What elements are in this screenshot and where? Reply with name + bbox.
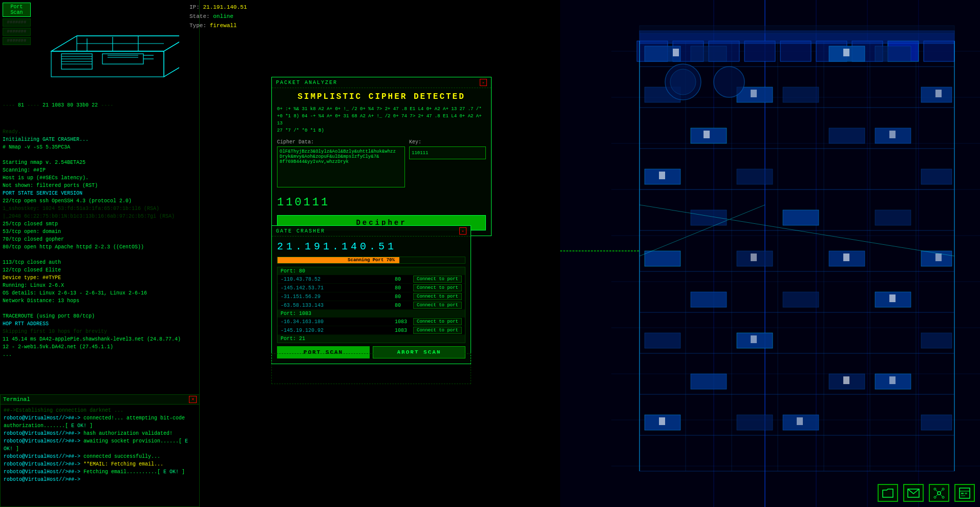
svg-rect-101 bbox=[673, 49, 679, 56]
tl-line6: Host is up (##SECs latency). bbox=[3, 175, 89, 181]
tl-smtp: 25/tcp closed smtp bbox=[3, 221, 58, 227]
tl-hop11: 11 45.14 ms DA42-applePie.shawshank-leve… bbox=[3, 336, 181, 342]
gc-title: GATE CRASHER bbox=[276, 228, 325, 234]
svg-rect-47 bbox=[924, 41, 954, 61]
port-80-header: Port: 80 bbox=[278, 267, 465, 275]
svg-rect-73 bbox=[783, 87, 819, 102]
tl-http: 80/tcp open http Apache httpd 2-2.3 ((Ce… bbox=[3, 244, 144, 250]
svg-rect-116 bbox=[797, 417, 803, 425]
bt-line6: roboto@VirtualHost//>##-> connected succ… bbox=[4, 453, 196, 460]
bottom-terminal-content: ##->Establishing connection darknet ... … bbox=[1, 405, 199, 507]
hex-line3: 27 *7 /* *0 *1 B) bbox=[277, 127, 486, 134]
number-display: ---- 81 ---- 21 1083 80 33b0 22 ---- bbox=[3, 102, 197, 108]
mail-icon[interactable] bbox=[903, 484, 924, 502]
connect-btn-5[interactable]: Connect to port bbox=[413, 327, 462, 334]
svg-rect-120 bbox=[640, 26, 954, 33]
svg-line-133 bbox=[936, 495, 938, 496]
tl-line1: Ready. bbox=[3, 129, 21, 135]
connect-btn-2[interactable]: Connect to port bbox=[413, 293, 462, 300]
ip-row: IP: 21.191.140.51 bbox=[189, 3, 247, 12]
svg-line-131 bbox=[936, 490, 938, 492]
connect-btn-1[interactable]: Connect to port bbox=[413, 284, 462, 291]
svg-marker-2 bbox=[164, 36, 179, 77]
connect-btn-0[interactable]: Connect to port bbox=[413, 276, 462, 283]
port-row-4: -16.34.163.180 1083 Connect to port bbox=[278, 318, 465, 326]
svg-line-20 bbox=[164, 61, 179, 77]
type-label: Type: bbox=[189, 23, 206, 29]
pa-close-btn[interactable]: × bbox=[480, 79, 487, 86]
tl-elite: 12/tcp closed Elite bbox=[3, 267, 61, 273]
cipher-data-label: Cipher Data: bbox=[277, 139, 405, 145]
svg-rect-100 bbox=[921, 415, 952, 430]
tl-skip: Skipping first 10 hops for brevity bbox=[3, 329, 107, 334]
network-icon[interactable] bbox=[929, 484, 949, 502]
gc-progress-text: Scanning Port 70% bbox=[348, 258, 395, 263]
tl-dns: 53/tcp open: domain bbox=[3, 229, 61, 235]
svg-rect-89 bbox=[783, 292, 819, 307]
tl-auth: 113/tcp closed auth bbox=[3, 260, 61, 265]
port-row-2: -31.151.56.29 80 Connect to port bbox=[278, 292, 465, 301]
pa-cipher-data-field: Cipher Data: OlF&ThyjBzz3&Olylz&Aol&Bzly… bbox=[277, 139, 405, 189]
ip-label: IP: bbox=[189, 4, 200, 10]
gc-close-btn[interactable]: × bbox=[459, 227, 466, 235]
svg-rect-68 bbox=[691, 46, 727, 61]
svg-rect-137 bbox=[961, 493, 964, 494]
tl-ssh3: |_2048 6c:22:75:b0:1N:b1c3:13b:16:6ab:97… bbox=[3, 214, 175, 219]
terminal-bottom-icon[interactable] bbox=[954, 484, 975, 502]
svg-rect-111 bbox=[889, 294, 896, 302]
svg-rect-93 bbox=[921, 333, 952, 348]
pa-key-field: Key: bbox=[409, 139, 486, 189]
nd-v5: 33b0 bbox=[76, 102, 89, 108]
bt-line4: roboto@VirtualHost//>##-> hash authoriza… bbox=[4, 430, 196, 437]
tl-header: PORT STATE SERVICE VERSION bbox=[3, 191, 82, 196]
connect-btn-4[interactable]: Connect to port bbox=[413, 318, 462, 325]
port-21-header: Port: 21 bbox=[278, 335, 465, 343]
pa-header: PACKET ANALYZER × bbox=[272, 77, 491, 88]
key-input[interactable] bbox=[409, 146, 486, 159]
svg-rect-43 bbox=[780, 41, 811, 61]
right-visualization bbox=[560, 0, 980, 507]
folder-icon[interactable] bbox=[878, 484, 898, 502]
port-num-5: 1083 bbox=[395, 328, 410, 333]
port-num-0: 80 bbox=[395, 277, 410, 282]
svg-rect-105 bbox=[704, 131, 710, 138]
btn-row-1: ####### bbox=[3, 18, 31, 27]
gc-ip-display: 21.191.140.51 bbox=[272, 237, 471, 255]
svg-rect-107 bbox=[659, 172, 665, 179]
packet-analyzer-panel: PACKET ANALYZER × SIMPLISTIC CIPHER DETE… bbox=[271, 77, 492, 236]
svg-rect-79 bbox=[737, 169, 773, 184]
svg-rect-82 bbox=[783, 210, 819, 225]
svg-point-123 bbox=[714, 67, 744, 97]
svg-rect-80 bbox=[921, 169, 952, 184]
svg-rect-139 bbox=[961, 495, 965, 496]
svg-rect-76 bbox=[829, 128, 865, 143]
port-scan-button[interactable]: Port Scan bbox=[3, 3, 31, 17]
state-row: State: online bbox=[189, 12, 247, 21]
cipher-data-input[interactable]: OlF&ThyjBzz3&Olylz&Aol&Bzly&uhttl&huk&wh… bbox=[277, 146, 405, 187]
bottom-right-icons bbox=[878, 484, 975, 502]
tl-ssh2: 1_sshostkey: 1024 53:fd:51a3:1fa:65:07:1… bbox=[3, 206, 159, 212]
connect-btn-3[interactable]: Connect to port bbox=[413, 302, 462, 309]
svg-rect-88 bbox=[691, 292, 727, 307]
bt-line1: ##->Establishing connection darknet ... bbox=[4, 407, 196, 414]
svg-rect-108 bbox=[751, 253, 757, 261]
svg-rect-109 bbox=[843, 253, 849, 261]
pa-cipher-title: SIMPLISTIC CIPHER DETECTED bbox=[272, 88, 491, 103]
svg-line-134 bbox=[941, 495, 942, 496]
svg-rect-42 bbox=[744, 41, 775, 61]
bt-line3: authorization.......[ E OK! ] bbox=[4, 422, 196, 430]
nd-v3: 1083 bbox=[52, 102, 64, 108]
hex-line2: +0 *1 8) 04 -+ %4 A+ 0+ 31 68 A2 A+ !_ /… bbox=[277, 113, 486, 127]
tl-line4: Starting nmap v. 2.54BETA25 bbox=[3, 160, 86, 165]
pa-key-display: 110111 bbox=[272, 192, 491, 213]
key-label: Key: bbox=[409, 139, 486, 145]
gc-progress-bar: Scanning Port 70% bbox=[277, 257, 465, 264]
top-left-buttons: Port Scan ####### ####### ####### bbox=[3, 3, 31, 46]
svg-rect-94 bbox=[691, 374, 727, 389]
bt-line8: roboto@VirtualHost//>##-> Fetching email… bbox=[4, 468, 196, 476]
svg-point-129 bbox=[934, 496, 936, 498]
terminal-close-btn[interactable]: × bbox=[189, 396, 197, 403]
ip-value: 21.191.140.51 bbox=[203, 4, 247, 10]
port-ip-0: -110.43.78.52 bbox=[281, 277, 395, 282]
tl-netdist: Network Distance: 13 hops bbox=[3, 298, 79, 304]
